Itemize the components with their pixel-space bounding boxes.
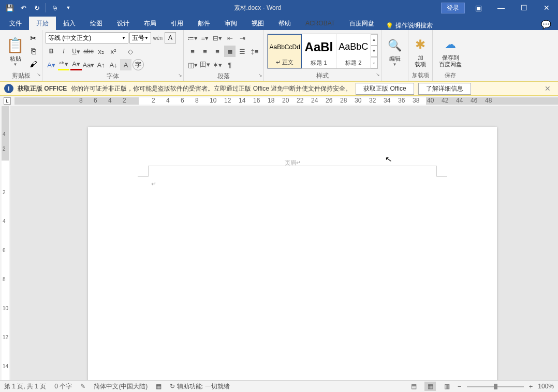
paragraph-launcher-icon[interactable]: ↘ xyxy=(258,72,262,78)
styles-more-icon[interactable]: ⌄ xyxy=(371,57,377,68)
share-icon[interactable]: 💬 xyxy=(538,19,554,30)
tab-acrobat[interactable]: ACROBAT xyxy=(298,17,342,30)
borders-icon[interactable]: 田▾ xyxy=(199,59,211,70)
align-left-icon[interactable]: ≡ xyxy=(187,46,198,57)
grow-font-icon[interactable]: A↑ xyxy=(95,59,107,70)
cut-icon[interactable]: ✂ xyxy=(27,32,39,45)
align-right-icon[interactable]: ≡ xyxy=(212,46,223,57)
show-marks-icon[interactable]: ¶ xyxy=(224,59,236,70)
font-color-icon[interactable]: A▾ xyxy=(70,59,82,70)
editing-button[interactable]: 🔍 编辑 ▼ xyxy=(385,32,405,70)
style-heading1[interactable]: AaBl 标题 1 xyxy=(302,34,336,68)
sort-icon[interactable]: ✶▾ xyxy=(212,59,223,70)
tab-draw[interactable]: 绘图 xyxy=(83,17,110,30)
font-launcher-icon[interactable]: ↘ xyxy=(178,72,182,78)
paste-button[interactable]: 📋 粘贴 ▼ xyxy=(3,32,27,70)
font-name-combo[interactable]: 等线 (中文正文)▼ xyxy=(46,32,128,43)
tab-design[interactable]: 设计 xyxy=(110,17,137,30)
addin-button[interactable]: ✱ 加 载项 xyxy=(412,32,429,70)
document-canvas[interactable]: 页眉↵ ↖ ↵ xyxy=(10,106,558,380)
justify-icon[interactable]: ≣ xyxy=(224,46,236,57)
horizontal-ruler[interactable]: 8642246810121416182022242628303234363840… xyxy=(14,96,558,106)
tab-baidu[interactable]: 百度网盘 xyxy=(342,17,381,30)
accessibility-status[interactable]: ↻ 辅助功能: 一切就绪 xyxy=(170,382,230,391)
print-layout-icon[interactable]: ▦ xyxy=(424,382,436,391)
undo-icon[interactable]: ↶ xyxy=(18,2,29,13)
strike-icon[interactable]: abc xyxy=(83,46,94,57)
styles-up-icon[interactable]: ▲ xyxy=(371,34,377,46)
learn-more-button[interactable]: 了解详细信息 xyxy=(418,83,471,95)
change-case-icon[interactable]: Aa▾ xyxy=(83,59,94,70)
tab-view[interactable]: 视图 xyxy=(244,17,271,30)
format-painter-icon[interactable]: 🖌 xyxy=(27,57,39,70)
text-effects-icon[interactable]: A▾ xyxy=(46,59,57,70)
numbering-icon[interactable]: ≡▾ xyxy=(199,32,211,43)
language-status[interactable]: 简体中文(中国大陆) xyxy=(94,382,148,391)
ribbon-tabs: 文件 开始 插入 绘图 设计 布局 引用 邮件 审阅 视图 帮助 ACROBAT… xyxy=(0,16,558,30)
tab-references[interactable]: 引用 xyxy=(164,17,190,30)
tab-selector[interactable]: L xyxy=(4,97,11,105)
zoom-in-icon[interactable]: + xyxy=(529,383,533,390)
redo-icon[interactable]: ↻ xyxy=(31,2,42,13)
tab-insert[interactable]: 插入 xyxy=(56,17,83,30)
align-center-icon[interactable]: ≡ xyxy=(199,46,211,57)
clipboard-launcher-icon[interactable]: ↘ xyxy=(37,72,41,77)
minimize-icon[interactable]: — xyxy=(492,1,510,14)
zoom-level[interactable]: 100% xyxy=(538,383,554,390)
save-icon[interactable]: 💾 xyxy=(4,2,16,13)
save-baidu-button[interactable]: ☁ 保存到 百度网盘 xyxy=(436,32,465,70)
style-heading2[interactable]: AaBbC 标题 2 xyxy=(336,34,371,68)
shading-icon[interactable]: ◫▾ xyxy=(187,59,198,70)
italic-icon[interactable]: I xyxy=(58,46,69,57)
styles-down-icon[interactable]: ▼ xyxy=(371,46,377,57)
subscript-icon[interactable]: x₂ xyxy=(95,46,107,57)
web-layout-icon[interactable]: ▥ xyxy=(441,382,452,391)
read-mode-icon[interactable]: ▤ xyxy=(408,382,419,391)
header-margin-left xyxy=(138,176,148,177)
clear-format-icon[interactable]: ◇ xyxy=(120,46,141,57)
font-size-combo[interactable]: 五号▼ xyxy=(129,32,151,43)
ruler-tick: 38 xyxy=(413,97,419,104)
page-number[interactable]: 第 1 页, 共 1 页 xyxy=(4,382,46,391)
spell-check-icon[interactable]: ✎ xyxy=(80,383,85,390)
notice-close-icon[interactable]: ✕ xyxy=(541,84,554,93)
tab-home[interactable]: 开始 xyxy=(29,17,56,30)
tab-review[interactable]: 审阅 xyxy=(217,17,244,30)
touch-mode-icon[interactable]: 🖰 xyxy=(49,2,61,13)
macro-icon[interactable]: ▦ xyxy=(156,383,161,390)
tab-help[interactable]: 帮助 xyxy=(271,17,298,30)
copy-icon[interactable]: ⎘ xyxy=(27,45,39,57)
zoom-handle[interactable] xyxy=(494,384,497,389)
decrease-indent-icon[interactable]: ⇤ xyxy=(224,32,236,43)
char-shading-icon[interactable]: A xyxy=(120,59,131,70)
line-spacing-icon[interactable]: ‡≡ xyxy=(249,46,260,57)
bullets-icon[interactable]: ≔▾ xyxy=(187,32,198,43)
style-normal[interactable]: AaBbCcDd ↵ 正文 xyxy=(268,34,302,68)
enclose-char-icon[interactable]: 字 xyxy=(133,59,144,70)
bold-icon[interactable]: B xyxy=(46,46,57,57)
char-border-icon[interactable]: A xyxy=(165,32,176,43)
vertical-ruler[interactable]: 4224681012141618 xyxy=(0,106,10,380)
zoom-slider[interactable] xyxy=(467,386,524,387)
tab-mailings[interactable]: 邮件 xyxy=(190,17,217,30)
close-icon[interactable]: ✕ xyxy=(537,1,556,14)
shrink-font-icon[interactable]: A↓ xyxy=(108,59,119,70)
maximize-icon[interactable]: ☐ xyxy=(515,1,533,14)
tell-me-search[interactable]: 💡 操作说明搜索 xyxy=(381,21,437,30)
get-genuine-button[interactable]: 获取正版 Office xyxy=(356,83,414,95)
zoom-out-icon[interactable]: − xyxy=(458,383,462,390)
styles-launcher-icon[interactable]: ↘ xyxy=(376,72,380,77)
highlight-icon[interactable]: ᵃᵇ▾ xyxy=(58,59,69,70)
phonetic-guide-icon[interactable]: wén xyxy=(152,32,164,43)
ribbon-options-icon[interactable]: ▣ xyxy=(469,1,488,14)
increase-indent-icon[interactable]: ⇥ xyxy=(237,32,248,43)
distribute-icon[interactable]: ☰ xyxy=(237,46,248,57)
superscript-icon[interactable]: x² xyxy=(108,46,119,57)
tab-layout[interactable]: 布局 xyxy=(137,17,164,30)
customize-qat-icon[interactable]: ▼ xyxy=(63,2,74,13)
login-button[interactable]: 登录 xyxy=(441,3,465,13)
word-count[interactable]: 0 个字 xyxy=(54,382,72,391)
underline-icon[interactable]: U▾ xyxy=(70,46,82,57)
multilevel-icon[interactable]: ⊟▾ xyxy=(212,32,223,43)
tab-file[interactable]: 文件 xyxy=(2,17,29,30)
